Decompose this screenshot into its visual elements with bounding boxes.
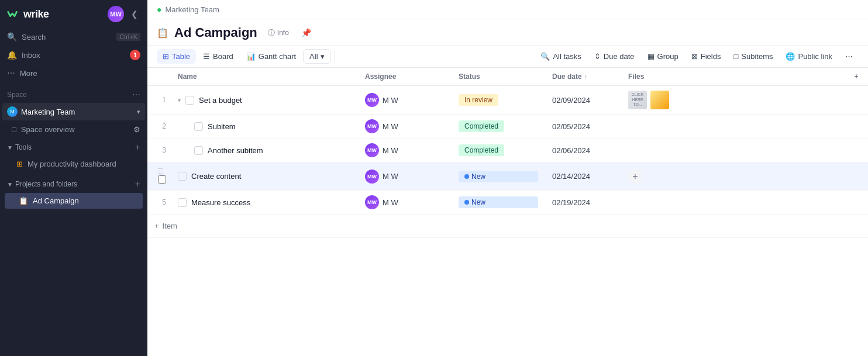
status-badge[interactable]: New (459, 196, 538, 208)
table-header-row: Name Assignee Status Due date ↑ (147, 68, 868, 86)
filter-due-date-button[interactable]: ⇕ Due date (588, 49, 640, 64)
tools-section: ▼ Tools + ⊞ My productivity dashboard (0, 137, 147, 173)
tab-table[interactable]: ⊞ Table (157, 49, 196, 64)
row-add-col (845, 139, 868, 163)
row-status[interactable]: New (452, 163, 545, 191)
pin-button[interactable]: 📌 (299, 26, 313, 39)
row-due-date: 02/14/2024 (545, 163, 621, 191)
row-add-col (845, 86, 868, 115)
row-assignee: MWM W (358, 86, 452, 115)
status-badge[interactable]: Completed (459, 144, 504, 156)
assignee-name: M W (383, 172, 398, 181)
status-badge[interactable]: In review (459, 94, 498, 106)
table-row[interactable]: 5Measure successMWM WNew02/19/2024 (147, 191, 868, 215)
subitems-icon: □ (733, 52, 738, 61)
assignee-name: M W (383, 96, 398, 105)
space-overview-settings-icon[interactable]: ⚙ (133, 125, 140, 134)
filter-group-button[interactable]: ▦ Group (642, 49, 684, 64)
breadcrumb: ● Marketing Team (147, 0, 868, 19)
info-button[interactable]: ⓘ Info (263, 26, 294, 40)
status-badge[interactable]: New (459, 171, 538, 182)
table-row[interactable]: ☲Create contentMWM WNew02/14/2024+ (147, 163, 868, 191)
tools-header[interactable]: ▼ Tools + (2, 139, 145, 156)
more-horiz-icon: ⋯ (845, 52, 853, 61)
task-name-label: Measure success (191, 198, 250, 207)
task-name-label: Subitem (208, 122, 236, 131)
projects-section: ▼ Projects and folders + 📋 Ad Campaign (0, 173, 147, 210)
projects-chevron-icon: ▼ (7, 181, 13, 188)
row-add-col (845, 115, 868, 139)
add-tool-button[interactable]: + (135, 142, 140, 153)
col-add[interactable]: + (845, 68, 868, 86)
sidebar-item-space-overview[interactable]: □ Space overview ⚙ (0, 122, 147, 137)
filter-public-link-button[interactable]: 🌐 Public link (780, 49, 838, 64)
collapse-sidebar-button[interactable]: ❮ (129, 8, 140, 20)
col-files: Files (621, 68, 845, 86)
page-header: 📋 Ad Campaign ⓘ Info 📌 (147, 19, 868, 46)
projects-header[interactable]: ▼ Projects and folders + (2, 175, 145, 193)
row-num: 5 (147, 191, 171, 215)
search-nav-item[interactable]: 🔍 Search Ctrl+K (0, 28, 147, 46)
add-project-button[interactable]: + (135, 179, 140, 189)
row-status[interactable]: Completed (452, 139, 545, 163)
table-row[interactable]: 2SubitemMWM WCompleted02/05/2024 (147, 115, 868, 139)
user-avatar[interactable]: MW (108, 6, 124, 22)
inbox-nav-item[interactable]: 🔔 Inbox 1 (0, 46, 147, 64)
page-title: Ad Campaign (174, 25, 257, 40)
link-icon: 🌐 (786, 52, 795, 61)
filter-all-button[interactable]: All ▾ (303, 49, 330, 64)
add-file-button[interactable]: + (628, 170, 642, 184)
row-checkbox[interactable] (158, 175, 166, 184)
row-status[interactable]: New (452, 191, 545, 215)
file-thumbnail-1[interactable]: CLICK HERETO... (628, 91, 647, 109)
sort-asc-icon: ↑ (584, 73, 588, 80)
filter-icon: 🔍 (540, 52, 550, 61)
task-checkbox[interactable] (185, 96, 194, 105)
gantt-icon: 📊 (246, 52, 256, 61)
col-num (147, 68, 171, 86)
row-num: 3 (147, 139, 171, 163)
task-name-label: Set a budget (199, 96, 242, 105)
row-status[interactable]: In review (452, 86, 545, 115)
tab-gantt[interactable]: 📊 Gantt chart (240, 49, 302, 64)
more-nav-item[interactable]: ⋯ More (0, 64, 147, 82)
filter-subitems-button[interactable]: □ Subitems (728, 49, 779, 64)
row-assignee: MWM W (358, 115, 452, 139)
assignee-avatar: MW (365, 119, 379, 133)
task-checkbox[interactable] (178, 198, 187, 207)
add-item-button[interactable]: +Item (154, 219, 177, 233)
group-icon: ▦ (647, 52, 655, 61)
assignee-name: M W (383, 146, 398, 155)
sidebar-item-marketing-team[interactable]: M Marketing Team ▾ (2, 103, 145, 120)
row-add-col (845, 163, 868, 191)
file-thumbnail-2[interactable] (650, 91, 669, 109)
row-due-date: 02/05/2024 (545, 115, 621, 139)
toolbar-divider (335, 51, 335, 63)
filter-all-tasks-button[interactable]: 🔍 All tasks (535, 49, 587, 64)
sidebar-item-my-productivity[interactable]: ⊞ My productivity dashboard (2, 156, 145, 172)
assignee-avatar: MW (365, 143, 379, 157)
assignee-avatar: MW (365, 170, 379, 184)
tab-board[interactable]: ☰ Board (197, 49, 239, 64)
ad-campaign-icon: 📋 (19, 196, 28, 205)
row-name: ▾Set a budget (171, 86, 358, 115)
status-dot (464, 174, 469, 179)
row-due-date: 02/19/2024 (545, 191, 621, 215)
row-name: Another subitem (171, 139, 358, 163)
filter-fields-button[interactable]: ⊠ Fields (686, 49, 727, 64)
sidebar-item-ad-campaign[interactable]: 📋 Ad Campaign (5, 193, 143, 209)
status-badge[interactable]: Completed (459, 120, 504, 132)
task-table-container: Name Assignee Status Due date ↑ (147, 68, 868, 356)
more-options-button[interactable]: ⋯ (839, 49, 859, 64)
task-checkbox[interactable] (194, 146, 203, 155)
row-due-date: 02/06/2024 (545, 139, 621, 163)
col-due-date: Due date ↑ (545, 68, 621, 86)
space-options-button[interactable]: ⋯ (132, 90, 140, 99)
table-row[interactable]: 3Another subitemMWM WCompleted02/06/2024 (147, 139, 868, 163)
expand-icon[interactable]: ▾ (178, 97, 181, 103)
drag-handle-icon: ☲ (157, 167, 164, 175)
row-status[interactable]: Completed (452, 115, 545, 139)
table-row[interactable]: 1▾Set a budgetMWM WIn review02/09/2024 C… (147, 86, 868, 115)
task-checkbox[interactable] (194, 122, 203, 131)
task-checkbox[interactable] (178, 172, 187, 181)
